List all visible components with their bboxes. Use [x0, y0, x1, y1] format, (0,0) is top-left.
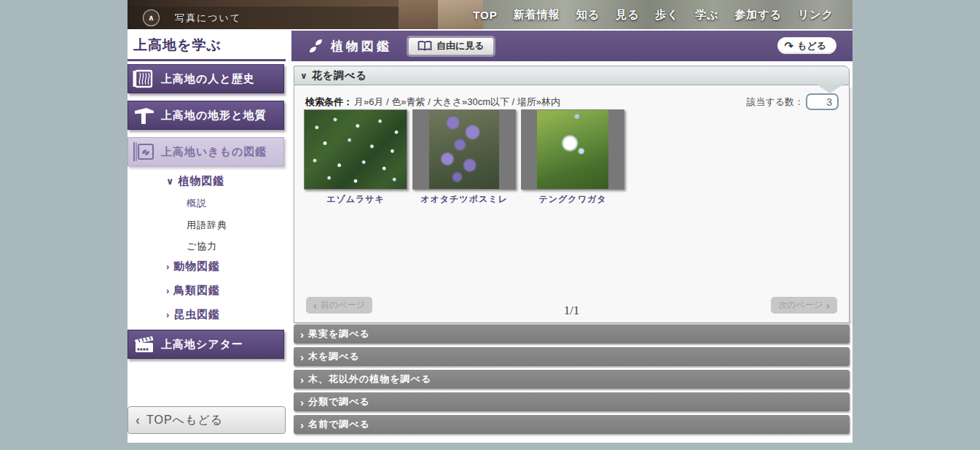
chevron-right-icon: › — [826, 299, 830, 311]
chevron-down-icon: ∨ — [166, 176, 175, 187]
accordion-name-search-header[interactable]: › 名前で調べる — [294, 415, 850, 434]
next-page-button[interactable]: 次のページ › — [771, 297, 837, 314]
result-count: 該当する数： — [746, 93, 839, 110]
result-count-label: 該当する数： — [746, 96, 804, 109]
plant-result-item[interactable]: テングクワガタ — [521, 109, 624, 206]
nav-item-news[interactable]: 新着情報 — [514, 8, 560, 22]
search-conditions-value: 月»6月 / 色»青紫 / 大きさ»30cm以下 / 場所»林内 — [354, 96, 560, 109]
accordion-trees-header[interactable]: › 木を調べる — [294, 347, 850, 366]
chevron-right-icon: › — [166, 285, 170, 296]
photo-segment — [399, 0, 438, 29]
accordion-fruits-header[interactable]: › 果実を調べる — [294, 325, 850, 344]
back-button[interactable]: ↷ もどる — [777, 37, 837, 54]
return-arrow-icon: ↷ — [785, 39, 794, 53]
nav-item-links[interactable]: リンク — [798, 8, 834, 22]
chevron-right-icon: › — [300, 373, 304, 386]
sidebar-subitem-glossary[interactable]: 用語辞典 — [187, 219, 227, 232]
sidebar-item-terrain-geology[interactable]: 上高地の地形と地質 — [128, 101, 284, 130]
plant-result-item[interactable]: エゾムラサキ — [304, 109, 407, 206]
search-conditions-label: 検索条件： — [305, 96, 353, 109]
plant-result-item[interactable]: オオタチツボスミレ — [412, 109, 516, 206]
sidebar-item-label: 上高地の地形と地質 — [161, 109, 267, 123]
sidebar-item-label: 上高地シアター — [161, 338, 243, 352]
sidebar-item-theater[interactable]: 上高地シアター — [128, 330, 284, 359]
plant-name: テングクワガタ — [521, 193, 624, 206]
chevron-right-icon: › — [300, 396, 304, 408]
search-conditions-row: 検索条件： 月»6月 / 色»青紫 / 大きさ»30cm以下 / 場所»林内 該… — [294, 85, 849, 110]
scroll-icon — [132, 68, 157, 90]
chevron-right-icon: › — [300, 328, 304, 341]
sidebar-item-label: 上高地いきもの図鑑 — [161, 145, 267, 159]
photo-note-link[interactable]: 写真について — [175, 12, 241, 25]
sidebar-subitem-overview[interactable]: 概説 — [187, 197, 207, 210]
accordion-pointer — [817, 85, 843, 93]
free-view-button[interactable]: 自由に見る — [408, 37, 494, 55]
back-to-top-button[interactable]: ‹ TOPへもどる — [128, 406, 286, 434]
page: ∧ 写真について TOP 新着情報 知る 見る 歩く 学ぶ 参加する リンク 上… — [0, 0, 980, 450]
sidebar-subitem-plant-encyclopedia[interactable]: ∨植物図鑑 — [166, 174, 225, 188]
chevron-left-icon: ‹ — [136, 413, 141, 428]
result-count-input[interactable] — [806, 93, 839, 110]
collapse-chevron-up-icon[interactable]: ∧ — [143, 9, 160, 26]
plant-photo[interactable] — [304, 109, 407, 190]
flower-results-panel: 検索条件： 月»6月 / 色»青紫 / 大きさ»30cm以下 / 場所»林内 該… — [294, 85, 850, 323]
plant-photo[interactable] — [521, 109, 624, 190]
leaf-icon — [307, 38, 325, 54]
sidebar-subitem-cooperation[interactable]: ご協力 — [187, 240, 217, 253]
clapperboard-icon — [132, 333, 157, 355]
chevron-right-icon: › — [166, 309, 170, 320]
chevron-right-icon: › — [300, 419, 304, 431]
plant-name: オオタチツボスミレ — [412, 193, 516, 206]
sidebar-item-living-things[interactable]: 上高地いきもの図鑑 — [128, 137, 284, 166]
plant-name: エゾムラサキ — [304, 193, 407, 206]
rock-hammer-icon — [132, 104, 157, 126]
chevron-right-icon: › — [300, 351, 304, 363]
accordion-flowers-header[interactable]: ∨ 花を調べる — [294, 66, 850, 85]
nav-item-learn[interactable]: 学ぶ — [695, 8, 718, 22]
accordion-other-plants-header[interactable]: › 木、花以外の植物を調べる — [294, 370, 850, 389]
nav-item-know[interactable]: 知る — [576, 8, 600, 22]
page-title: 植物図鑑 — [331, 38, 392, 55]
global-nav: TOP 新着情報 知る 見る 歩く 学ぶ 参加する リンク — [466, 0, 852, 29]
plant-photo[interactable] — [412, 109, 516, 190]
sidebar-subitem-insect-encyclopedia[interactable]: ›昆虫図鑑 — [166, 308, 220, 322]
chevron-right-icon: › — [166, 261, 170, 272]
page-indicator: 1/1 — [294, 303, 849, 318]
nav-item-join[interactable]: 参加する — [734, 8, 782, 22]
sidebar-item-people-history[interactable]: 上高地の人と歴史 — [128, 64, 284, 93]
photo-note-bar: ∧ 写真について — [128, 7, 399, 29]
sidebar-title: 上高地を学ぶ — [128, 31, 286, 61]
accordion-classification-header[interactable]: › 分類で調べる — [294, 392, 850, 411]
main-header: 植物図鑑 自由に見る ↷ もどる — [291, 31, 852, 61]
sidebar-subitem-animal-encyclopedia[interactable]: ›動物図鑑 — [166, 260, 220, 274]
sidebar-item-label: 上高地の人と歴史 — [161, 72, 255, 86]
leaf-album-icon — [132, 141, 157, 163]
open-book-icon — [418, 41, 432, 52]
sidebar-subitem-bird-encyclopedia[interactable]: ›鳥類図鑑 — [166, 284, 220, 298]
nav-item-top[interactable]: TOP — [473, 9, 498, 21]
nav-item-walk[interactable]: 歩く — [656, 8, 679, 22]
nav-item-see[interactable]: 見る — [616, 8, 639, 22]
chevron-down-icon: ∨ — [300, 71, 307, 81]
